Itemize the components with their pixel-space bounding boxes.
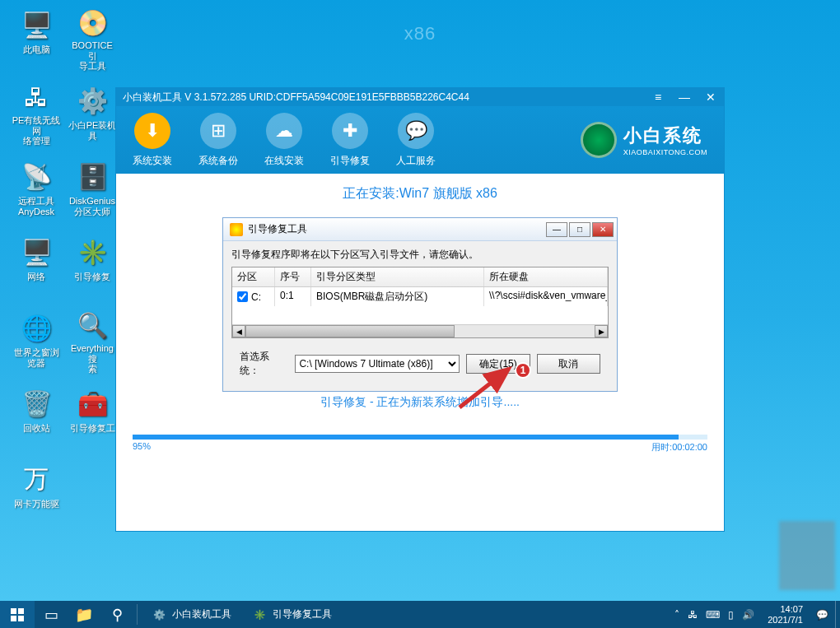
desktop-icon-label: 回收站 xyxy=(23,423,50,434)
taskbar-app[interactable]: ✳️引导修复工具 xyxy=(241,601,342,628)
toolbar-系统备份[interactable]: ⊞系统备份 xyxy=(198,113,238,168)
close-icon[interactable]: ✕ xyxy=(704,91,717,104)
table-row[interactable]: C:0:1BIOS(MBR磁盘启动分区)\\?\scsi#disk&ven_vm… xyxy=(232,287,608,306)
desktop-icon-glyph: 🌐 xyxy=(20,311,53,344)
desktop-icon-glyph: 🖧 xyxy=(20,84,53,112)
desktop-icon-label: PE有线无线网络管理 xyxy=(12,115,61,147)
dialog-message: 引导修复程序即将在以下分区写入引导文件，请您确认。 xyxy=(231,248,609,262)
app-titlebar[interactable]: 小白装机工具 V 3.1.572.285 URID:CDFF5A594C09E1… xyxy=(116,88,724,106)
partition-checkbox[interactable] xyxy=(237,291,248,302)
toolbar-label: 在线安装 xyxy=(264,154,304,168)
toolbar-在线安装[interactable]: ☁在线安装 xyxy=(264,113,304,168)
desktop-icon[interactable]: 🧰引导修复工 xyxy=(68,387,117,449)
desktop-icon-glyph: 🗄️ xyxy=(76,160,109,193)
explorer-button[interactable]: 📁 xyxy=(68,601,100,628)
desktop-icon[interactable]: ⚙️小白PE装机具 xyxy=(68,84,117,147)
desktop-icon[interactable]: 万网卡万能驱 xyxy=(12,463,61,525)
desktop-icon[interactable]: 📡远程工具AnyDesk xyxy=(12,160,61,222)
toolbar-icon: ⬇ xyxy=(134,113,170,149)
desktop-icon-label: 引导修复 xyxy=(74,272,110,282)
toolbar-icon: ✚ xyxy=(332,113,368,149)
desktop-icon[interactable]: 🔍Everything搜索 xyxy=(68,311,117,374)
desktop-icon-glyph: 📀 xyxy=(76,8,109,37)
desktop-icon[interactable]: 🗄️DiskGenius分区大师 xyxy=(68,160,117,222)
taskbar-clock[interactable]: 14:07 2021/7/1 xyxy=(763,604,808,625)
col-sequence[interactable]: 序号 xyxy=(275,267,311,286)
tray-network-icon[interactable]: 🖧 xyxy=(688,609,698,621)
scroll-right-icon[interactable]: ▶ xyxy=(595,325,608,337)
dialog-titlebar[interactable]: 引导修复工具 — □ ✕ xyxy=(223,218,617,241)
desktop-icon-glyph: 🖥️ xyxy=(20,8,53,41)
taskbar-app-label: 小白装机工具 xyxy=(172,607,231,621)
desktop-icon-glyph: ✳️ xyxy=(76,235,109,268)
toolbar-label: 引导修复 xyxy=(330,154,370,168)
toolbar-label: 系统备份 xyxy=(198,154,238,168)
desktop-icon[interactable]: 🖥️网络 xyxy=(12,235,61,298)
preferred-system-select[interactable]: C:\ [Windows 7 Ultimate (x86)] xyxy=(295,355,460,373)
desktop-icon-glyph: 🔍 xyxy=(76,311,109,340)
notifications-icon[interactable]: 💬 xyxy=(816,609,828,621)
desktop-icon-glyph: ⚙️ xyxy=(76,84,109,117)
taskbar-app-icon: ✳️ xyxy=(251,607,268,623)
tray-up-icon[interactable]: ˄ xyxy=(674,609,679,621)
desktop-icon-label: 此电脑 xyxy=(23,44,50,55)
dialog-close-button[interactable]: ✕ xyxy=(592,222,614,237)
wifi-button[interactable]: ⚲ xyxy=(100,601,133,628)
toolbar-系统安装[interactable]: ⬇系统安装 xyxy=(133,113,172,168)
dialog-minimize-button[interactable]: — xyxy=(546,222,567,237)
desktop-icon[interactable]: 🌐世界之窗浏览器 xyxy=(12,311,61,374)
desktop-icon[interactable]: ✳️引导修复 xyxy=(68,235,117,298)
taskbar-app-icon: ⚙️ xyxy=(151,607,167,623)
cancel-button[interactable]: 取消 xyxy=(537,354,600,374)
minimize-icon[interactable]: — xyxy=(678,91,691,104)
start-button[interactable] xyxy=(0,601,35,628)
toolbar-icon: ⊞ xyxy=(200,113,236,149)
brand-logo-icon xyxy=(581,122,617,158)
desktop-icon[interactable]: 📀BOOTICE引导工具 xyxy=(68,8,117,71)
desktop-icon-label: 引导修复工 xyxy=(70,423,115,434)
dialog-icon xyxy=(230,223,243,236)
col-partition[interactable]: 分区 xyxy=(232,267,275,286)
tray-keyboard-icon[interactable]: ⌨ xyxy=(706,609,720,621)
install-title: 正在安装:Win7 旗舰版 x86 xyxy=(133,185,707,202)
brand-url: XIAOBAIXITONG.COM xyxy=(623,148,707,156)
desktop-icon-glyph: 万 xyxy=(20,463,53,495)
scroll-left-icon[interactable]: ◀ xyxy=(232,325,245,337)
col-disk[interactable]: 所在硬盘 xyxy=(484,267,608,286)
taskview-button[interactable]: ▭ xyxy=(35,601,68,628)
toolbar-引导修复[interactable]: ✚引导修复 xyxy=(330,113,370,168)
progress-bar xyxy=(133,435,707,440)
toolbar-icon: ☁ xyxy=(266,113,302,149)
elapsed-time: 用时:00:02:00 xyxy=(651,441,707,454)
watermark: x86 xyxy=(404,23,436,44)
tray-battery-icon[interactable]: ▯ xyxy=(728,609,734,621)
taskbar-app[interactable]: ⚙️小白装机工具 xyxy=(141,601,241,628)
desktop-icon-label: 远程工具AnyDesk xyxy=(18,196,54,216)
horizontal-scrollbar[interactable]: ◀ ▶ xyxy=(232,324,608,337)
toolbar-icon: 💬 xyxy=(398,113,434,149)
preferred-system-label: 首选系统： xyxy=(240,350,288,378)
toolbar-人工服务[interactable]: 💬人工服务 xyxy=(396,113,436,168)
desktop-icon-label: BOOTICE引导工具 xyxy=(68,40,117,72)
show-desktop-button[interactable] xyxy=(835,601,840,628)
ok-button[interactable]: 确定(15) xyxy=(466,354,530,374)
taskbar: ▭ 📁 ⚲ ⚙️小白装机工具✳️引导修复工具 ˄ 🖧 ⌨ ▯ 🔊 14:07 2… xyxy=(0,601,840,628)
menu-icon[interactable]: ≡ xyxy=(651,91,665,104)
toolbar-label: 系统安装 xyxy=(133,154,172,168)
brand-name: 小白系统 xyxy=(623,123,707,148)
desktop-icon[interactable]: 🗑️回收站 xyxy=(12,387,61,449)
desktop-icon-label: 网卡万能驱 xyxy=(14,499,59,509)
app-toolbar: ⬇系统安装⊞系统备份☁在线安装✚引导修复💬人工服务 小白系统 XIAOBAIXI… xyxy=(116,106,724,174)
boot-repair-dialog: 引导修复工具 — □ ✕ 引导修复程序即将在以下分区写入引导文件，请您确认。 分… xyxy=(222,217,618,392)
desktop-icon[interactable]: 🖧PE有线无线网络管理 xyxy=(12,84,61,147)
progress-percent: 95% xyxy=(133,441,151,454)
desktop-icon[interactable]: 🖥️此电脑 xyxy=(12,8,61,71)
desktop-icon-label: 小白PE装机具 xyxy=(68,120,117,141)
dialog-maximize-button[interactable]: □ xyxy=(569,222,590,237)
tray-sound-icon[interactable]: 🔊 xyxy=(742,609,754,621)
toolbar-label: 人工服务 xyxy=(396,154,436,168)
col-type[interactable]: 引导分区类型 xyxy=(311,267,484,286)
app-title: 小白装机工具 V 3.1.572.285 URID:CDFF5A594C09E1… xyxy=(123,91,469,105)
scroll-thumb[interactable] xyxy=(245,325,455,337)
partition-table: 分区 序号 引导分区类型 所在硬盘 C:0:1BIOS(MBR磁盘启动分区)\\… xyxy=(231,267,609,338)
